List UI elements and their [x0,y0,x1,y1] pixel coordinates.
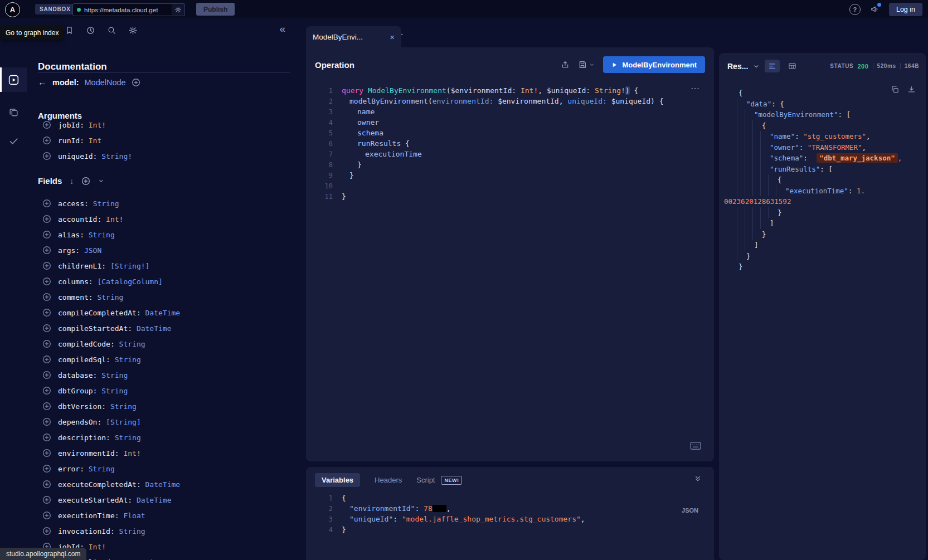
field-access[interactable]: access: String [36,196,298,211]
add-to-query-button[interactable] [42,371,51,379]
add-to-query-button[interactable] [42,495,51,504]
download-response-button[interactable] [907,85,916,94]
connection-settings-button[interactable] [172,3,185,16]
type-link[interactable]: String [137,558,163,560]
type-link[interactable]: [String] [106,418,141,426]
field-args[interactable]: args: JSON [36,242,298,258]
add-to-query-button[interactable] [42,215,51,223]
add-all-fields-button[interactable] [81,177,90,186]
add-to-query-button[interactable] [42,480,51,489]
type-link[interactable]: String [101,371,128,379]
add-to-query-button[interactable] [42,433,51,442]
type-link[interactable]: String [93,199,119,208]
field-dbtVersion[interactable]: dbtVersion: String [36,398,298,414]
collapse-docs-button[interactable]: « [279,23,285,35]
type-link[interactable]: JSON [84,246,101,255]
field-executionTime[interactable]: executionTime: Float [36,508,298,523]
close-tab-button[interactable]: × [390,32,395,42]
field-comment[interactable]: comment: String [36,289,298,305]
argument-jobId[interactable]: jobId: Int! [36,117,298,133]
add-to-query-button[interactable] [42,199,51,208]
sort-button[interactable]: ↓ [70,177,74,186]
type-link[interactable]: String! [101,152,132,160]
type-link[interactable]: String [101,387,128,395]
type-link[interactable]: [String!] [110,262,149,270]
type-link[interactable]: Int [89,137,101,145]
response-dropdown-button[interactable] [753,63,760,70]
nav-schema[interactable] [0,100,27,124]
login-button[interactable]: Log in [889,3,922,16]
share-button[interactable] [561,60,570,69]
field-compileStartedAt[interactable]: compileStartedAt: DateTime [36,320,298,336]
field-compiledCode[interactable]: compiledCode: String [36,336,298,352]
back-button[interactable]: ← [38,77,47,87]
field-columns[interactable]: columns: [CatalogColumn] [36,274,298,289]
run-operation-button[interactable]: ModelByEnvironment [603,56,705,73]
type-link[interactable]: String [89,231,115,239]
type-link[interactable]: String [119,527,145,535]
add-to-query-button[interactable] [42,136,51,145]
type-link[interactable]: String [97,293,123,301]
type-link[interactable]: String [89,465,115,473]
add-to-query-button[interactable] [42,402,51,411]
history-button[interactable] [86,26,95,35]
type-link[interactable]: DateTime [137,496,172,504]
add-to-query-button[interactable] [42,308,51,317]
collapse-variables-button[interactable] [694,475,702,483]
keyboard-shortcuts-button[interactable] [689,441,702,450]
field-description[interactable]: description: String [36,430,298,445]
add-to-query-button[interactable] [42,261,51,270]
add-to-query-button[interactable] [42,511,51,520]
tab-variables[interactable]: Variables [315,473,360,487]
add-to-query-button[interactable] [42,277,51,286]
type-link[interactable]: DateTime [137,324,172,333]
type-link[interactable]: Int! [89,121,106,129]
breadcrumb-type-link[interactable]: ModelNode [85,78,126,87]
type-link[interactable]: DateTime [145,309,181,317]
add-to-query-button[interactable] [42,417,51,426]
operation-editor[interactable]: 1query ModelByEnvironment($environmentId… [306,85,714,202]
field-error[interactable]: error: String [36,461,298,476]
type-link[interactable]: String [115,434,141,442]
field-compiledSql[interactable]: compiledSql: String [36,352,298,367]
add-type-button[interactable] [132,78,140,87]
field-database[interactable]: database: String [36,367,298,383]
argument-uniqueId[interactable]: uniqueId: String! [36,148,298,164]
type-link[interactable]: Int! [106,215,123,223]
help-button[interactable]: ? [849,4,861,15]
publish-button[interactable]: Publish [196,3,235,16]
field-dependsOn[interactable]: dependsOn: [String] [36,414,298,430]
add-to-query-button[interactable] [42,449,51,457]
add-to-query-button[interactable] [42,339,51,348]
search-button[interactable] [107,26,116,35]
tab-headers[interactable]: Headers [375,476,402,484]
nav-explorer[interactable] [0,67,27,92]
copy-response-button[interactable] [891,85,899,94]
field-invocationId[interactable]: invocationId: String [36,523,298,539]
type-link[interactable]: String [115,356,141,364]
type-link[interactable]: Int! [89,543,106,551]
endpoint-url-input[interactable]: https://metadata.cloud.get [72,3,181,16]
add-to-query-button[interactable] [42,293,51,301]
add-to-query-button[interactable] [42,230,51,239]
type-link[interactable]: String [110,402,137,411]
field-executeStartedAt[interactable]: executeStartedAt: DateTime [36,492,298,508]
type-link[interactable]: String [119,340,145,348]
add-to-query-button[interactable] [42,246,51,255]
apollo-logo[interactable]: A [5,2,20,17]
response-table-view-button[interactable] [785,60,800,72]
type-link[interactable]: Int! [123,449,140,457]
field-dbtGroup[interactable]: dbtGroup: String [36,383,298,398]
response-json-view-button[interactable] [765,60,780,72]
add-to-query-button[interactable] [42,527,51,535]
type-link[interactable]: [CatalogColumn] [97,277,162,286]
type-link[interactable]: DateTime [145,480,181,489]
field-childrenL1[interactable]: childrenL1: [String!] [36,258,298,274]
add-to-query-button[interactable] [42,355,51,364]
save-button[interactable] [578,60,595,69]
variables-editor[interactable]: 1{2"environmentId": 78,3"uniqueId": "mod… [306,493,681,535]
operation-tab[interactable]: ModelByEnvi... × [306,26,401,47]
fields-options-button[interactable] [98,178,104,184]
add-to-query-button[interactable] [42,464,51,473]
add-to-query-button[interactable] [42,120,51,129]
